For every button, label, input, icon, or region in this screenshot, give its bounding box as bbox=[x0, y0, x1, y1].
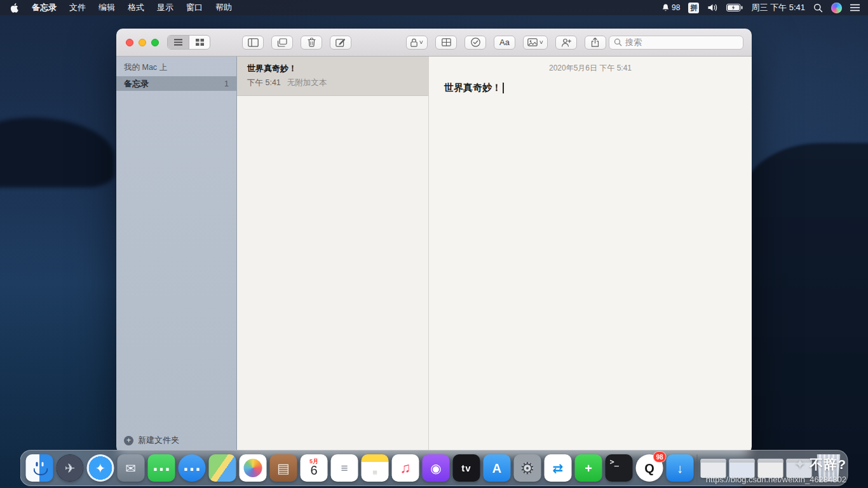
note-editor[interactable]: 2020年5月6日 下午 5:41 世界真奇妙！ bbox=[429, 57, 752, 453]
dock-icon-photos[interactable] bbox=[240, 454, 267, 482]
dock-icon-contacts[interactable]: ▤ bbox=[270, 454, 297, 482]
app-glyph: ✦ bbox=[95, 462, 106, 475]
apple-menu[interactable] bbox=[0, 3, 25, 13]
dock-icon-calendar[interactable]: 5月 6 bbox=[301, 454, 328, 482]
dock-icon-chat-app[interactable]: … bbox=[179, 454, 206, 482]
dock-icon-reminders[interactable]: ≡ bbox=[331, 454, 358, 482]
toggle-sidebar-button[interactable] bbox=[242, 36, 264, 50]
app-glyph: ◉ bbox=[430, 462, 441, 475]
dock-icon-app-store[interactable]: A bbox=[484, 454, 511, 482]
share-icon bbox=[591, 37, 599, 47]
dock-icon-tv[interactable]: tv bbox=[453, 454, 480, 482]
dock-icon-system-preferences[interactable]: ⚙ bbox=[514, 454, 541, 482]
sidebar-section-header: 我的 Mac 上 bbox=[116, 57, 236, 76]
close-button[interactable] bbox=[126, 39, 133, 46]
battery-icon[interactable] bbox=[726, 4, 743, 11]
share-button[interactable] bbox=[585, 36, 606, 50]
cliff-silhouette bbox=[741, 143, 868, 488]
dock-icon-music[interactable]: ♫ bbox=[392, 454, 419, 482]
menu-item[interactable]: 格式 bbox=[121, 0, 151, 15]
menu-item[interactable]: 帮助 bbox=[209, 0, 238, 15]
app-glyph: ↓ bbox=[677, 462, 683, 475]
add-people-icon bbox=[561, 38, 571, 47]
dock-icon-launchpad[interactable]: ✈ bbox=[57, 454, 84, 482]
note-items: 世界真奇妙！ 下午 5:41 无附加文本 bbox=[237, 57, 428, 96]
input-method-indicator[interactable]: 拼 bbox=[688, 3, 699, 13]
new-folder-button[interactable]: + 新建文件夹 bbox=[124, 435, 179, 446]
menu-item[interactable]: 窗口 bbox=[180, 0, 209, 15]
bell-icon bbox=[661, 3, 670, 12]
note-list-item[interactable]: 世界真奇妙！ 下午 5:41 无附加文本 bbox=[237, 57, 428, 96]
gallery-view-icon bbox=[196, 39, 204, 46]
search-field[interactable]: 搜索 bbox=[609, 36, 743, 50]
menu-item[interactable]: 显示 bbox=[151, 0, 180, 15]
dock-icon-finder[interactable] bbox=[26, 454, 53, 482]
apple-icon bbox=[10, 3, 18, 13]
sidebar-icon bbox=[248, 38, 259, 47]
dock-icon-podcasts[interactable]: ◉ bbox=[423, 454, 450, 482]
delete-note-button[interactable] bbox=[301, 36, 322, 50]
menu-item[interactable]: 文件 bbox=[63, 0, 92, 15]
gallery-view-button[interactable] bbox=[189, 36, 210, 49]
trash-icon bbox=[308, 37, 316, 47]
menu-bar: 备忘录 文件 编辑 格式 显示 窗口 帮助 98 拼 bbox=[0, 0, 868, 15]
notification-center-icon[interactable] bbox=[850, 4, 860, 11]
lock-note-button[interactable]: ∨ bbox=[406, 36, 428, 50]
zoom-button[interactable] bbox=[151, 39, 159, 46]
new-folder-label: 新建文件夹 bbox=[138, 435, 179, 446]
dock-icon-downloads[interactable]: ↓ bbox=[667, 454, 694, 482]
menu-item[interactable]: 备忘录 bbox=[25, 0, 63, 15]
menubar-clock[interactable]: 周三 下午 5:41 bbox=[751, 2, 805, 13]
search-placeholder: 搜索 bbox=[625, 37, 642, 48]
minimize-button[interactable] bbox=[139, 39, 146, 46]
edit-button-group bbox=[242, 36, 351, 50]
insert-media-button[interactable]: ∨ bbox=[523, 36, 548, 50]
checklist-button[interactable] bbox=[465, 36, 486, 50]
traffic-lights bbox=[126, 39, 159, 46]
new-note-button[interactable] bbox=[330, 36, 351, 50]
app-glyph: Q bbox=[644, 462, 654, 475]
dock-icon-mail[interactable]: ✉ bbox=[118, 454, 145, 482]
watermark: ✦ 不辞? https://blog.csdn.net/weixin_46284… bbox=[706, 456, 846, 484]
calendar-day: 6 bbox=[301, 463, 328, 478]
chevron-down-icon: ∨ bbox=[539, 40, 544, 45]
dock-icon-maps[interactable] bbox=[209, 454, 236, 482]
compose-icon bbox=[336, 37, 346, 47]
list-view-button[interactable] bbox=[168, 36, 189, 49]
app-glyph: tv bbox=[461, 463, 471, 473]
spotlight-icon[interactable] bbox=[813, 3, 823, 13]
app-glyph: ✉ bbox=[126, 462, 137, 475]
app-glyph: + bbox=[585, 462, 592, 475]
note-title: 世界真奇妙！ bbox=[247, 63, 418, 74]
collaborate-button[interactable] bbox=[555, 36, 577, 50]
dock-icon-safari[interactable]: ✦ bbox=[87, 454, 114, 482]
qq-menubar-item[interactable]: 98 bbox=[661, 3, 680, 12]
text-format-button[interactable]: Aa bbox=[494, 36, 515, 50]
dock-separator[interactable] bbox=[697, 454, 698, 482]
window-toolbar: ∨ Aa ∨ bbox=[116, 29, 752, 57]
format-label: Aa bbox=[499, 37, 510, 47]
list-view-icon bbox=[174, 39, 182, 46]
note-stack-button[interactable] bbox=[271, 36, 293, 50]
menu-item[interactable]: 编辑 bbox=[92, 0, 121, 15]
table-icon bbox=[442, 38, 451, 46]
dock-icon-green-app[interactable]: + bbox=[575, 454, 602, 482]
volume-icon[interactable] bbox=[707, 3, 718, 12]
search-icon bbox=[614, 38, 622, 46]
chevron-down-icon: ∨ bbox=[419, 40, 424, 45]
dock-icon-teamviewer[interactable]: ⇄ bbox=[545, 454, 572, 482]
app-glyph: ✈ bbox=[65, 462, 76, 475]
siri-icon[interactable] bbox=[831, 3, 842, 13]
media-icon bbox=[527, 38, 538, 46]
input-method-label: 拼 bbox=[690, 3, 697, 13]
dock-icon-messages[interactable]: … bbox=[148, 454, 175, 482]
dock-icon-terminal[interactable]: >_ bbox=[606, 454, 633, 482]
notification-badge: 98 bbox=[653, 451, 666, 463]
dock-icon-notes[interactable]: ≡ bbox=[362, 454, 389, 482]
watermark-url: https://blog.csdn.net/weixin_46284302 bbox=[706, 475, 846, 484]
note-count-badge: 1 bbox=[224, 79, 229, 88]
app-glyph: ▤ bbox=[277, 461, 290, 475]
dock-icon-qq[interactable]: Q 98 bbox=[636, 454, 663, 482]
folder-item-notes[interactable]: 备忘录 1 bbox=[116, 76, 236, 91]
insert-table-button[interactable] bbox=[435, 36, 457, 50]
